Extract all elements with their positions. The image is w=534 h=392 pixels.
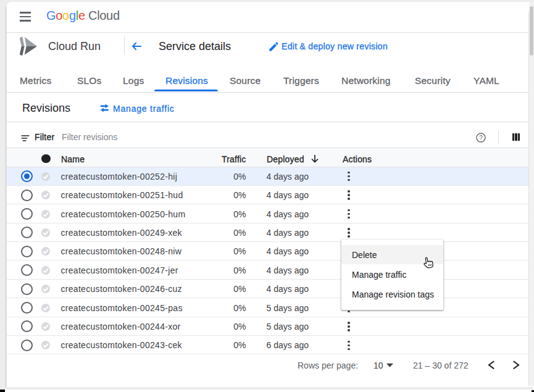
- svg-text:?: ?: [479, 135, 483, 141]
